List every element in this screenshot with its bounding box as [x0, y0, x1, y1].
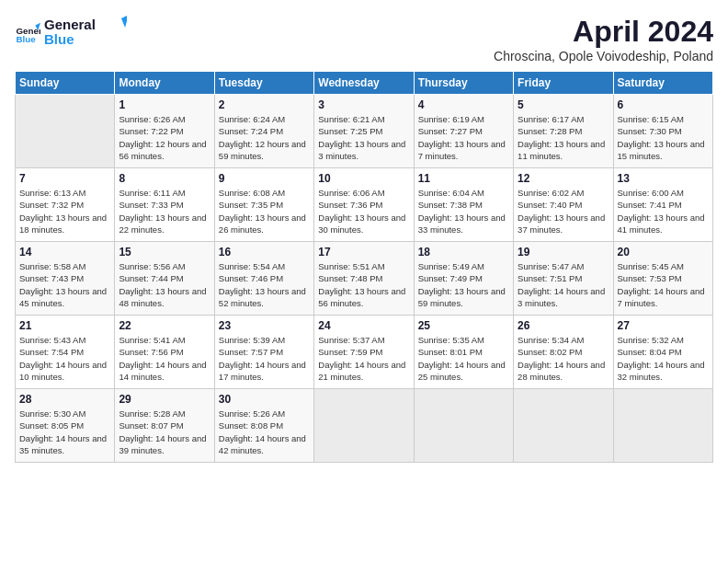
svg-text:General: General	[44, 17, 96, 32]
day-number: 4	[418, 98, 509, 111]
day-detail: Sunrise: 5:58 AMSunset: 7:43 PMDaylight:…	[19, 260, 110, 309]
calendar-cell: 19 Sunrise: 5:47 AMSunset: 7:51 PMDaylig…	[514, 242, 613, 316]
calendar-cell: 10 Sunrise: 6:06 AMSunset: 7:36 PMDaylig…	[314, 168, 414, 242]
calendar-cell: 22 Sunrise: 5:41 AMSunset: 7:56 PMDaylig…	[115, 316, 214, 389]
calendar-cell: 6 Sunrise: 6:15 AMSunset: 7:30 PMDayligh…	[613, 95, 712, 168]
day-number: 1	[119, 98, 210, 111]
day-number: 8	[119, 172, 210, 185]
day-number: 7	[19, 172, 110, 185]
day-detail: Sunrise: 5:45 AMSunset: 7:53 PMDaylight:…	[618, 260, 709, 309]
month-title: April 2024	[494, 15, 713, 49]
day-detail: Sunrise: 5:56 AMSunset: 7:44 PMDaylight:…	[119, 260, 210, 309]
location-subtitle: Chroscina, Opole Voivodeship, Poland	[494, 49, 713, 63]
calendar-cell: 16 Sunrise: 5:54 AMSunset: 7:46 PMDaylig…	[214, 242, 313, 316]
day-number: 26	[518, 319, 609, 332]
day-detail: Sunrise: 6:19 AMSunset: 7:27 PMDaylight:…	[418, 113, 509, 162]
calendar-cell: 3 Sunrise: 6:21 AMSunset: 7:25 PMDayligh…	[314, 95, 414, 168]
day-detail: Sunrise: 5:41 AMSunset: 7:56 PMDaylight:…	[119, 334, 210, 383]
day-number: 14	[19, 246, 110, 259]
weekday-header: Saturday	[613, 72, 712, 95]
day-number: 10	[318, 172, 409, 185]
calendar-cell: 24 Sunrise: 5:37 AMSunset: 7:59 PMDaylig…	[314, 316, 414, 389]
calendar-cell: 11 Sunrise: 6:04 AMSunset: 7:38 PMDaylig…	[414, 168, 513, 242]
calendar-cell: 21 Sunrise: 5:43 AMSunset: 7:54 PMDaylig…	[16, 316, 115, 389]
day-number: 3	[318, 98, 409, 111]
day-detail: Sunrise: 5:30 AMSunset: 8:05 PMDaylight:…	[19, 408, 110, 456]
calendar-week-row: 21 Sunrise: 5:43 AMSunset: 7:54 PMDaylig…	[16, 316, 713, 389]
day-number: 13	[618, 172, 709, 185]
page-header: General Blue General Blue April 2024 Chr…	[15, 15, 713, 63]
day-detail: Sunrise: 5:39 AMSunset: 7:57 PMDaylight:…	[219, 334, 310, 383]
day-detail: Sunrise: 6:06 AMSunset: 7:36 PMDaylight:…	[318, 187, 409, 236]
logo: General Blue General Blue	[15, 15, 127, 52]
calendar-cell: 7 Sunrise: 6:13 AMSunset: 7:32 PMDayligh…	[16, 168, 115, 242]
day-number: 9	[219, 172, 310, 185]
calendar-cell: 29 Sunrise: 5:28 AMSunset: 8:07 PMDaylig…	[115, 389, 214, 463]
day-number: 27	[618, 319, 709, 332]
day-number: 30	[219, 393, 310, 406]
calendar-cell: 18 Sunrise: 5:49 AMSunset: 7:49 PMDaylig…	[414, 242, 513, 316]
day-number: 11	[418, 172, 509, 185]
logo-svg: General Blue	[44, 15, 127, 48]
calendar-cell	[613, 389, 712, 463]
day-detail: Sunrise: 6:13 AMSunset: 7:32 PMDaylight:…	[19, 187, 110, 236]
calendar-week-row: 14 Sunrise: 5:58 AMSunset: 7:43 PMDaylig…	[16, 242, 713, 316]
calendar-cell: 5 Sunrise: 6:17 AMSunset: 7:28 PMDayligh…	[514, 95, 613, 168]
calendar-week-row: 7 Sunrise: 6:13 AMSunset: 7:32 PMDayligh…	[16, 168, 713, 242]
day-detail: Sunrise: 6:08 AMSunset: 7:35 PMDaylight:…	[219, 187, 310, 236]
calendar-cell: 20 Sunrise: 5:45 AMSunset: 7:53 PMDaylig…	[613, 242, 712, 316]
day-number: 15	[119, 246, 210, 259]
day-number: 21	[19, 319, 110, 332]
day-detail: Sunrise: 6:00 AMSunset: 7:41 PMDaylight:…	[618, 187, 709, 236]
day-detail: Sunrise: 5:34 AMSunset: 8:02 PMDaylight:…	[518, 334, 609, 383]
calendar-cell: 8 Sunrise: 6:11 AMSunset: 7:33 PMDayligh…	[115, 168, 214, 242]
weekday-header: Thursday	[414, 72, 513, 95]
day-number: 17	[318, 246, 409, 259]
day-detail: Sunrise: 6:02 AMSunset: 7:40 PMDaylight:…	[518, 187, 609, 236]
weekday-header: Friday	[514, 72, 613, 95]
day-detail: Sunrise: 5:26 AMSunset: 8:08 PMDaylight:…	[219, 408, 310, 456]
calendar-cell: 13 Sunrise: 6:00 AMSunset: 7:41 PMDaylig…	[613, 168, 712, 242]
calendar-cell: 2 Sunrise: 6:24 AMSunset: 7:24 PMDayligh…	[214, 95, 313, 168]
calendar-header-row: SundayMondayTuesdayWednesdayThursdayFrid…	[16, 72, 713, 95]
calendar-cell	[16, 95, 115, 168]
calendar-table: SundayMondayTuesdayWednesdayThursdayFrid…	[15, 71, 713, 463]
day-number: 18	[418, 246, 509, 259]
day-number: 29	[119, 393, 210, 406]
svg-marker-5	[121, 15, 127, 28]
day-detail: Sunrise: 6:15 AMSunset: 7:30 PMDaylight:…	[618, 113, 709, 162]
day-number: 25	[418, 319, 509, 332]
day-detail: Sunrise: 6:04 AMSunset: 7:38 PMDaylight:…	[418, 187, 509, 236]
day-number: 5	[518, 98, 609, 111]
day-detail: Sunrise: 6:24 AMSunset: 7:24 PMDaylight:…	[219, 113, 310, 162]
day-number: 23	[219, 319, 310, 332]
calendar-cell	[514, 389, 613, 463]
weekday-header: Tuesday	[214, 72, 313, 95]
day-detail: Sunrise: 5:28 AMSunset: 8:07 PMDaylight:…	[119, 408, 210, 456]
day-number: 16	[219, 246, 310, 259]
day-detail: Sunrise: 6:26 AMSunset: 7:22 PMDaylight:…	[119, 113, 210, 162]
calendar-cell	[414, 389, 513, 463]
weekday-header: Wednesday	[314, 72, 414, 95]
day-detail: Sunrise: 5:49 AMSunset: 7:49 PMDaylight:…	[418, 260, 509, 309]
day-number: 19	[518, 246, 609, 259]
calendar-cell: 14 Sunrise: 5:58 AMSunset: 7:43 PMDaylig…	[16, 242, 115, 316]
day-detail: Sunrise: 5:32 AMSunset: 8:04 PMDaylight:…	[618, 334, 709, 383]
calendar-cell: 26 Sunrise: 5:34 AMSunset: 8:02 PMDaylig…	[514, 316, 613, 389]
svg-text:Blue: Blue	[44, 31, 74, 47]
day-number: 28	[19, 393, 110, 406]
calendar-cell: 27 Sunrise: 5:32 AMSunset: 8:04 PMDaylig…	[613, 316, 712, 389]
calendar-week-row: 28 Sunrise: 5:30 AMSunset: 8:05 PMDaylig…	[16, 389, 713, 463]
day-detail: Sunrise: 5:47 AMSunset: 7:51 PMDaylight:…	[518, 260, 609, 309]
day-detail: Sunrise: 5:37 AMSunset: 7:59 PMDaylight:…	[318, 334, 409, 383]
day-detail: Sunrise: 5:43 AMSunset: 7:54 PMDaylight:…	[19, 334, 110, 383]
day-number: 24	[318, 319, 409, 332]
calendar-cell: 25 Sunrise: 5:35 AMSunset: 8:01 PMDaylig…	[414, 316, 513, 389]
calendar-cell: 4 Sunrise: 6:19 AMSunset: 7:27 PMDayligh…	[414, 95, 513, 168]
calendar-cell: 23 Sunrise: 5:39 AMSunset: 7:57 PMDaylig…	[214, 316, 313, 389]
calendar-cell: 30 Sunrise: 5:26 AMSunset: 8:08 PMDaylig…	[214, 389, 313, 463]
svg-text:Blue: Blue	[16, 34, 36, 44]
weekday-header: Monday	[115, 72, 214, 95]
calendar-week-row: 1 Sunrise: 6:26 AMSunset: 7:22 PMDayligh…	[16, 95, 713, 168]
logo-icon: General Blue	[15, 20, 40, 46]
